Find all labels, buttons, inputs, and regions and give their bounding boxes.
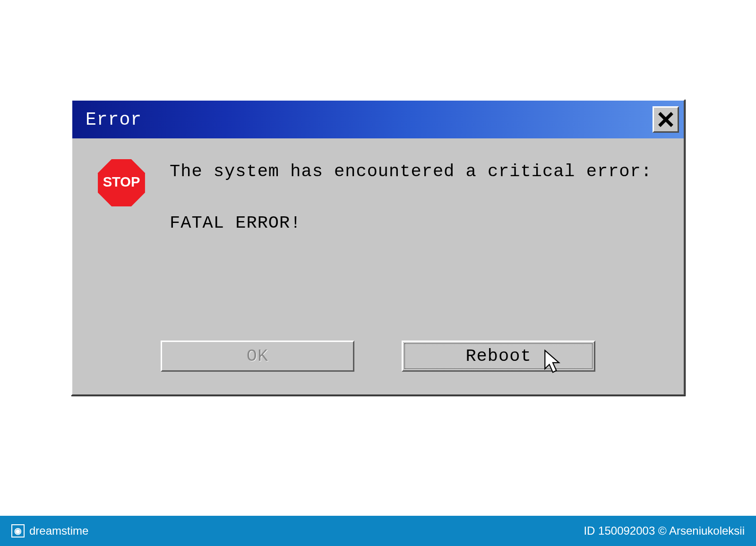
- window-title: Error: [86, 110, 142, 130]
- stop-icon: STOP: [97, 158, 146, 207]
- button-row: OK Reboot: [72, 341, 684, 372]
- footer-attribution: ID 150092003 © Arseniukoleksii: [584, 524, 745, 537]
- message-block: The system has encountered a critical er…: [170, 156, 652, 233]
- reboot-button[interactable]: Reboot: [402, 341, 595, 372]
- titlebar[interactable]: Error: [72, 101, 684, 138]
- close-button[interactable]: [653, 106, 679, 133]
- camera-icon: ◉: [11, 524, 25, 537]
- author-text: © Arseniukoleksii: [658, 524, 745, 537]
- brand-text: dreamstime: [29, 524, 88, 537]
- ok-button: OK: [161, 341, 354, 372]
- error-message-secondary: FATAL ERROR!: [170, 213, 652, 233]
- error-dialog: Error STOP The system has encountered a …: [71, 99, 685, 396]
- dialog-content: STOP The system has encountered a critic…: [72, 138, 684, 233]
- image-id: ID 150092003: [584, 524, 655, 537]
- error-message-primary: The system has encountered a critical er…: [170, 161, 652, 182]
- svg-text:STOP: STOP: [103, 174, 140, 189]
- close-icon: [657, 111, 674, 128]
- footer-brand: ◉ dreamstime: [11, 524, 88, 537]
- watermark-footer: ◉ dreamstime ID 150092003 © Arseniukolek…: [0, 516, 756, 546]
